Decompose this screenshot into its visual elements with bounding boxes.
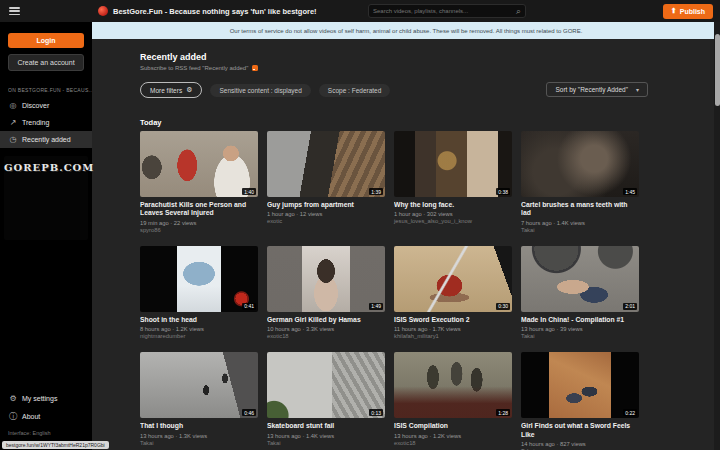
sidebar-item-my-settings[interactable]: ⚙ My settings — [0, 390, 92, 407]
sidebar-item-trending[interactable]: ↗ Trending — [0, 114, 92, 131]
video-title[interactable]: Why the long face. — [394, 201, 512, 209]
video-card[interactable]: 0:22 Girl Finds out what a Sword Feels L… — [521, 352, 639, 450]
video-channel[interactable]: exotic18 — [394, 440, 512, 446]
video-title[interactable]: Guy jumps from apartment — [267, 201, 385, 209]
sidebar-item-discover[interactable]: ◎ Discover — [0, 97, 92, 114]
duration-badge: 1:39 — [369, 188, 383, 195]
login-button[interactable]: Login — [8, 33, 84, 48]
video-meta: 13 hours ago · 1.4K views — [267, 433, 385, 439]
video-meta: 13 hours ago · 1.2K views — [394, 433, 512, 439]
video-meta: 1 hour ago · 302 views — [394, 211, 512, 217]
video-channel[interactable]: Takai — [140, 440, 258, 446]
video-thumbnail[interactable]: 1:49 — [267, 246, 385, 312]
search-box[interactable]: ⌕ — [368, 4, 526, 18]
menu-icon[interactable] — [9, 7, 20, 15]
video-channel[interactable]: Takai — [521, 227, 639, 233]
video-meta: 10 hours ago · 3.3K views — [267, 326, 385, 332]
video-title[interactable]: Made In China! - Compilation #1 — [521, 316, 639, 324]
video-thumbnail[interactable]: 0:41 — [140, 246, 258, 312]
link-preview-tooltip: bestgore.fun/w/1WYTf3abmtHeR21p7R0Gbi — [2, 441, 109, 449]
video-card[interactable]: 0:38 Why the long face. 1 hour ago · 302… — [394, 131, 512, 233]
main-content: Recently added Subscribe to RSS feed "Re… — [92, 39, 720, 450]
video-card[interactable]: 0:13 Skateboard stunt fail 13 hours ago … — [267, 352, 385, 450]
sensitive-content-chip[interactable]: Sensitive content : displayed — [210, 84, 310, 97]
video-title[interactable]: Girl Finds out what a Sword Feels Like — [521, 422, 639, 439]
video-thumbnail[interactable]: 1:39 — [267, 131, 385, 197]
video-meta: 13 hours ago · 1.3K views — [140, 433, 258, 439]
sidebar-item-recently-added[interactable]: ◷ Recently added — [0, 131, 92, 148]
filter-settings-icon: ⚙ — [186, 86, 192, 94]
scrollbar-track[interactable] — [714, 22, 720, 450]
duration-badge: 1:49 — [369, 303, 383, 310]
video-thumbnail[interactable]: 0:38 — [394, 131, 512, 197]
video-title[interactable]: That I though — [140, 422, 258, 430]
chevron-down-icon: ▾ — [636, 86, 639, 93]
video-thumbnail[interactable]: 0:22 — [521, 352, 639, 418]
video-meta: 19 min ago · 22 views — [140, 220, 258, 226]
video-meta: 14 hours ago · 827 views — [521, 441, 639, 447]
top-header: BestGore.Fun - Because nothing says 'fun… — [0, 0, 720, 22]
video-card[interactable]: 1:45 Cartel brushes a mans teeth with la… — [521, 131, 639, 233]
video-card[interactable]: 1:39 Guy jumps from apartment 1 hour ago… — [267, 131, 385, 233]
video-channel[interactable]: nightmaredumber — [140, 333, 258, 339]
video-card[interactable]: 2:01 Made In China! - Compilation #1 13 … — [521, 246, 639, 339]
filters-row: More filters ⚙ Sensitive content : displ… — [140, 82, 390, 98]
duration-badge: 0:46 — [242, 409, 256, 416]
video-title[interactable]: ISIS Compilation — [394, 422, 512, 430]
discover-icon: ◎ — [8, 101, 18, 110]
site-logo-icon[interactable] — [98, 6, 108, 16]
video-thumbnail[interactable]: 1:28 — [394, 352, 512, 418]
video-card[interactable]: 1:28 ISIS Compilation 13 hours ago · 1.2… — [394, 352, 512, 450]
video-title[interactable]: Parachutist Kills one Person and Leaves … — [140, 201, 258, 218]
video-title[interactable]: Shoot in the head — [140, 316, 258, 324]
video-card[interactable]: 1:49 German Girl Killed by Hamas 10 hour… — [267, 246, 385, 339]
video-card[interactable]: 0:30 ISIS Sword Execution 2 11 hours ago… — [394, 246, 512, 339]
video-card[interactable]: 0:41 Shoot in the head 8 hours ago · 1.2… — [140, 246, 258, 339]
video-channel[interactable]: exotic18 — [267, 333, 385, 339]
video-meta: 8 hours ago · 1.2K views — [140, 326, 258, 332]
video-channel[interactable]: Takai — [521, 333, 639, 339]
interface-language-label[interactable]: Interface: English — [8, 430, 51, 436]
video-thumbnail[interactable]: 0:46 — [140, 352, 258, 418]
video-channel[interactable]: jesus_loves_also_you_i_know — [394, 218, 512, 224]
video-meta: 1 hour ago · 12 views — [267, 211, 385, 217]
duration-badge: 0:30 — [496, 303, 510, 310]
rss-feed-icon[interactable] — [252, 65, 258, 71]
create-account-button[interactable]: Create an account — [8, 54, 84, 71]
search-input[interactable] — [369, 8, 516, 14]
clock-icon: ◷ — [8, 135, 18, 144]
video-channel[interactable]: exotic — [267, 218, 385, 224]
publish-button[interactable]: ⬆ Publish — [663, 4, 713, 19]
video-thumbnail[interactable]: 1:45 — [521, 131, 639, 197]
duration-badge: 2:01 — [623, 303, 637, 310]
video-title[interactable]: Cartel brushes a mans teeth with lad — [521, 201, 639, 218]
scrollbar-thumb[interactable] — [715, 34, 720, 106]
more-filters-button[interactable]: More filters ⚙ — [140, 82, 202, 98]
site-title[interactable]: BestGore.Fun - Because nothing says 'fun… — [113, 7, 317, 16]
duration-badge: 0:41 — [242, 303, 256, 310]
video-card[interactable]: 1:40 Parachutist Kills one Person and Le… — [140, 131, 258, 233]
video-title[interactable]: ISIS Sword Execution 2 — [394, 316, 512, 324]
video-channel[interactable]: spyro86 — [140, 227, 258, 233]
video-grid: 1:40 Parachutist Kills one Person and Le… — [140, 131, 639, 450]
trending-icon: ↗ — [8, 118, 18, 127]
scope-chip[interactable]: Scope : Federated — [319, 84, 390, 97]
sidebar-item-about[interactable]: ⓘ About — [0, 407, 92, 426]
duration-badge: 0:38 — [496, 188, 510, 195]
search-icon[interactable]: ⌕ — [516, 7, 521, 16]
video-channel[interactable]: Takai — [267, 440, 385, 446]
video-card[interactable]: 0:46 That I though 13 hours ago · 1.3K v… — [140, 352, 258, 450]
rss-subscribe-line[interactable]: Subscribe to RSS feed "Recently added" — [140, 65, 258, 71]
video-title[interactable]: Skateboard stunt fail — [267, 422, 385, 430]
sidebar-banner-ad[interactable]: GOREPB.COM — [4, 156, 88, 240]
video-thumbnail[interactable]: 2:01 — [521, 246, 639, 312]
duration-badge: 0:22 — [623, 409, 637, 416]
upload-icon: ⬆ — [671, 7, 677, 15]
video-thumbnail[interactable]: 0:13 — [267, 352, 385, 418]
video-channel[interactable]: khilafah_military1 — [394, 333, 512, 339]
video-thumbnail[interactable]: 0:30 — [394, 246, 512, 312]
video-title[interactable]: German Girl Killed by Hamas — [267, 316, 385, 324]
video-thumbnail[interactable]: 1:40 — [140, 131, 258, 197]
sort-dropdown[interactable]: Sort by "Recently Added" ▾ — [546, 82, 648, 97]
sidebar-section-label: ON BESTGORE.FUN - BECAUS... — [8, 87, 92, 93]
